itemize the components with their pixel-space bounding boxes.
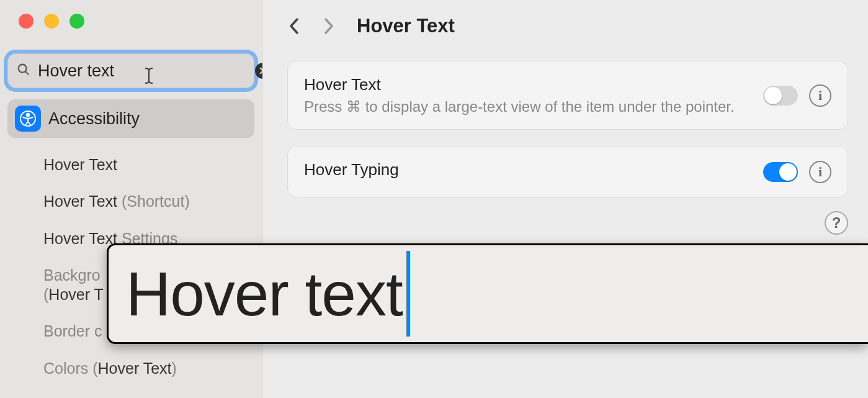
sidebar-category-accessibility[interactable]: Accessibility: [7, 99, 254, 138]
header: Hover Text: [287, 15, 848, 37]
search-result[interactable]: Hover Text (Shortcut): [43, 183, 262, 220]
hover-typing-overlay: Hover text: [107, 243, 868, 344]
accessibility-icon: [15, 106, 41, 132]
info-button[interactable]: i: [809, 84, 831, 107]
hover-text-desc: Press ⌘ to display a large-text view of …: [304, 98, 752, 115]
forward-button[interactable]: [322, 17, 336, 35]
search-result[interactable]: Element-highlight color: [43, 387, 262, 398]
fullscreen-window-button[interactable]: [69, 14, 84, 29]
text-caret-icon: [406, 251, 410, 337]
search-result[interactable]: Hover Text: [43, 147, 262, 183]
minimize-window-button[interactable]: [44, 14, 59, 29]
svg-line-1: [25, 71, 29, 75]
sidebar-category-label: Accessibility: [48, 109, 140, 129]
page-title: Hover Text: [357, 15, 455, 37]
hover-typing-overlay-text: Hover text: [126, 258, 403, 330]
svg-point-0: [19, 65, 27, 73]
search-icon: [17, 63, 30, 79]
window-controls: [0, 14, 262, 29]
hover-typing-panel: Hover Typing i: [287, 146, 848, 197]
search-input[interactable]: [38, 61, 248, 81]
back-button[interactable]: [287, 17, 301, 35]
hover-typing-title: Hover Typing: [304, 160, 752, 179]
hover-text-title: Hover Text: [304, 75, 752, 94]
search-wrap: [7, 53, 254, 88]
help-button[interactable]: ?: [825, 211, 848, 235]
svg-point-5: [27, 114, 29, 116]
hover-text-toggle[interactable]: [763, 86, 798, 106]
hover-text-panel: Hover Text Press ⌘ to display a large-te…: [287, 61, 848, 130]
search-result[interactable]: Colors (Hover Text): [43, 350, 262, 387]
close-window-button[interactable]: [19, 14, 34, 29]
info-button[interactable]: i: [809, 161, 831, 183]
hover-typing-toggle[interactable]: [763, 162, 798, 182]
search-field[interactable]: [7, 53, 254, 88]
